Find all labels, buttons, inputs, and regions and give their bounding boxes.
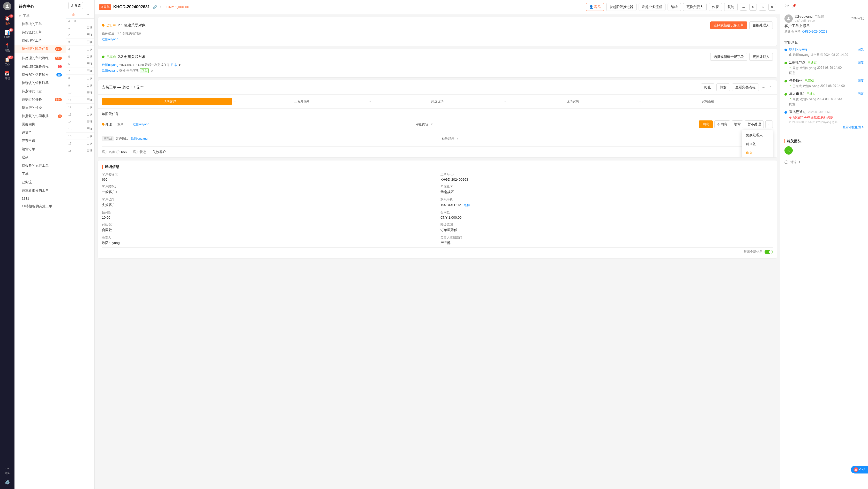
- start-biz-flow-button[interactable]: 发起业务流程: [639, 3, 665, 11]
- select-build-device-btn[interactable]: 选择或新建设备工单: [710, 22, 747, 29]
- wo-stop-btn[interactable]: 终止: [701, 84, 714, 91]
- list-item[interactable]: 10已读: [66, 89, 94, 96]
- phone-link[interactable]: 电信: [464, 203, 470, 207]
- sidebar-item-crm[interactable]: 📊 CRM 19: [0, 27, 14, 40]
- opinion-reply-2[interactable]: 回复: [858, 61, 864, 65]
- advance-stage-button[interactable]: 发起阶段推进器: [606, 3, 637, 11]
- more-button[interactable]: ···: [740, 4, 747, 10]
- tab-uu[interactable]: uu: [81, 11, 95, 18]
- list-item[interactable]: 2已读: [66, 31, 94, 38]
- nav-item-1111[interactable]: 1111: [14, 195, 66, 202]
- action-user[interactable]: 欧阳ouyang: [102, 68, 118, 73]
- nav-group-header-workorder[interactable]: ▼ 工单: [14, 12, 66, 20]
- sidebar-item-settings[interactable]: ⚙️: [0, 477, 14, 487]
- copy-button[interactable]: 复制: [724, 3, 738, 11]
- expand-button[interactable]: ⤡: [759, 4, 766, 10]
- list-item[interactable]: 4已读: [66, 46, 94, 53]
- list-item[interactable]: 14已读: [66, 118, 94, 125]
- nav-item-biz[interactable]: 业务流: [14, 178, 66, 186]
- more-actions-btn[interactable]: ···: [765, 121, 773, 128]
- disagree-btn[interactable]: 不同意: [714, 121, 730, 128]
- nav-item-processing[interactable]: 待处理的工单: [14, 36, 66, 45]
- wo-view-flow-btn[interactable]: 查看完整流程: [732, 84, 759, 91]
- star-icon[interactable]: ☆: [159, 5, 162, 9]
- list-item[interactable]: 8已读: [66, 75, 94, 82]
- nav-item-approval-flow[interactable]: 待处理的审批流程 99+: [14, 54, 66, 62]
- copy-link-icon[interactable]: 🔗: [153, 5, 157, 9]
- opinion-name-1[interactable]: 欧阳ouyang: [789, 47, 807, 52]
- edit-button[interactable]: 编辑: [668, 3, 681, 11]
- list-item[interactable]: 18已读: [66, 147, 94, 154]
- list-item[interactable]: 13已读: [66, 111, 94, 118]
- void-button[interactable]: 作废: [709, 3, 722, 11]
- postpone-btn[interactable]: 暂不处理: [745, 121, 764, 128]
- list-item[interactable]: 17已读: [66, 140, 94, 147]
- wo-forward-btn[interactable]: 转发: [716, 84, 730, 91]
- dropdown-pre-sign[interactable]: 前加签: [742, 139, 773, 149]
- sidebar-item-work[interactable]: 📋 工作 99+: [0, 55, 14, 68]
- tab-all[interactable]: 全: [66, 11, 81, 18]
- nav-item-collab-approval[interactable]: 待批复的协同审批 3: [14, 112, 66, 120]
- opinion-reply-3[interactable]: 回复: [858, 78, 864, 83]
- nav-item-workorder[interactable]: 工单: [14, 170, 66, 178]
- enterprise-badge[interactable]: 26 企信: [851, 466, 868, 474]
- nav-item-stage-tasks[interactable]: 待处理的阶段任务 99+: [14, 45, 66, 53]
- wo-collapse-btn[interactable]: ⋯: [761, 84, 766, 91]
- agree-btn[interactable]: 同意: [699, 121, 713, 128]
- dropdown-urge[interactable]: 催办: [742, 149, 773, 157]
- list-item[interactable]: 3已读: [66, 38, 94, 46]
- wo-task-assignee-2[interactable]: 欧阳ouyang: [131, 136, 442, 141]
- select-build-field-btn[interactable]: 选择或新建全局字段: [710, 53, 747, 61]
- list-item[interactable]: 6已读: [66, 60, 94, 67]
- sidebar-item-more[interactable]: ⋯ 更多: [0, 463, 14, 477]
- nav-item-assigned[interactable]: 待指派的工单: [14, 28, 66, 36]
- sidebar-item-pending[interactable]: ⏰ 待办 2: [0, 13, 14, 27]
- wo-expand-btn[interactable]: ⌃: [768, 84, 773, 91]
- list-item[interactable]: 9已读: [66, 82, 94, 89]
- refresh-button[interactable]: ↻: [749, 4, 757, 10]
- wo-task-assignee-1[interactable]: 欧阳ouyang: [133, 122, 416, 127]
- nav-item-returns[interactable]: 退货单: [14, 128, 66, 137]
- nav-item-refund[interactable]: 退款: [14, 153, 66, 162]
- user-avatar[interactable]: [3, 2, 11, 10]
- nav-item-impl-workorder[interactable]: 11待报备的实施工单: [14, 202, 66, 210]
- list-item[interactable]: 11已读: [66, 96, 94, 104]
- report-contract-link[interactable]: KHGD-202400263: [802, 30, 827, 33]
- sidebar-item-schedule[interactable]: 📅 日程: [0, 68, 14, 83]
- nav-item-pending-approval[interactable]: 待审批的工单: [14, 20, 66, 28]
- nav-item-receipt[interactable]: 需要回执: [14, 120, 66, 128]
- change-owner-button[interactable]: 更换负责人: [683, 3, 707, 11]
- wo-step-3[interactable]: 现场安装: [508, 98, 638, 105]
- chevron-down-icon[interactable]: ▼: [178, 63, 181, 67]
- nav-item-biz-flow[interactable]: 待处理的业务流程 2: [14, 62, 66, 71]
- nav-item-logs[interactable]: 待点评的日志: [14, 87, 66, 95]
- nav-item-tasks[interactable]: 待执行的任务 99+: [14, 95, 66, 104]
- dropdown-change-handler[interactable]: 更换处理人: [742, 131, 773, 139]
- log-user[interactable]: 欧阳ouyang: [102, 63, 118, 67]
- list-item[interactable]: 5已读: [66, 53, 94, 60]
- opinion-reply-1[interactable]: 回复: [858, 47, 864, 52]
- nav-item-sales-order[interactable]: 销售订单: [14, 145, 66, 153]
- list-item[interactable]: 7已读: [66, 67, 94, 75]
- nav-item-invoice[interactable]: 开票申请: [14, 137, 66, 145]
- wo-step-1[interactable]: 工程师接单: [237, 98, 367, 105]
- show-all-toggle[interactable]: [765, 250, 773, 254]
- fill-btn[interactable]: 填写: [732, 121, 743, 128]
- right-panel-collapse-btn[interactable]: ≫: [784, 3, 790, 8]
- approval-config-link[interactable]: 查看审批配置 >: [789, 125, 864, 129]
- nav-item-sales-orders-confirm[interactable]: 待确认的销售订单: [14, 79, 66, 87]
- opinion-reply-4[interactable]: 回复: [858, 92, 864, 96]
- wo-step-4[interactable]: 安装验检: [643, 98, 773, 105]
- list-item[interactable]: 16已读: [66, 133, 94, 140]
- dropdown-arrow-icon[interactable]: ▼: [430, 123, 433, 126]
- change-handler-btn-2[interactable]: 更换处理人: [749, 53, 773, 61]
- nav-item-sales-leads[interactable]: 待分配的销售线索 69: [14, 71, 66, 79]
- team-more-btn[interactable]: ···: [795, 148, 800, 153]
- wo-step-0[interactable]: 🔶 预约客户: [102, 98, 232, 105]
- change-handler-btn-1[interactable]: 更换处理人: [749, 22, 773, 29]
- wo-step-2[interactable]: 到达现场: [372, 98, 502, 105]
- dropdown-arrow-icon-2[interactable]: ▼: [456, 137, 459, 140]
- nav-item-report-workorder[interactable]: 待报备的执行工单: [14, 162, 66, 170]
- close-button[interactable]: ✕: [768, 4, 776, 10]
- filter-button[interactable]: ⚗ 筛选: [68, 2, 83, 9]
